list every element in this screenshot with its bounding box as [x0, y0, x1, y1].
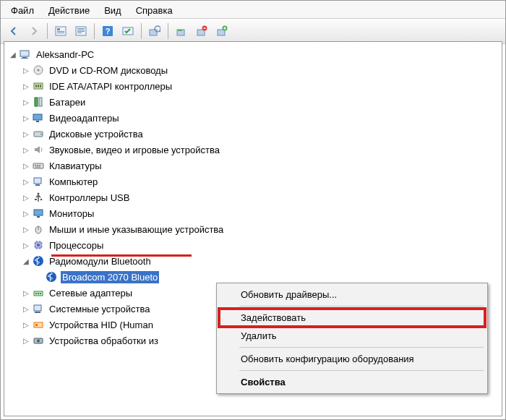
- expand-icon[interactable]: ▷: [22, 209, 30, 218]
- scan-changes-button[interactable]: [119, 22, 137, 40]
- help-button[interactable]: ?: [98, 22, 117, 40]
- mouse-icon: [32, 223, 45, 236]
- expand-icon[interactable]: ▷: [22, 129, 30, 138]
- expand-icon[interactable]: ▷: [22, 288, 30, 297]
- tree-item-label: Мониторы: [48, 207, 95, 220]
- svg-rect-45: [34, 210, 43, 215]
- enable-button[interactable]: [213, 22, 231, 40]
- nav-forward-button[interactable]: [25, 22, 43, 40]
- battery-icon: [32, 95, 45, 108]
- tree-item-label: Мыши и иные указывающие устройства: [48, 223, 225, 236]
- tree-item-label: Дисковые устройства: [48, 128, 145, 140]
- tree-item-display[interactable]: ▷ Видеоадаптеры: [22, 110, 500, 126]
- tree-item-ide[interactable]: ▷ IDE ATA/ATAPI контроллеры: [22, 78, 500, 94]
- svg-rect-36: [35, 165, 36, 166]
- uninstall-button[interactable]: [172, 22, 191, 40]
- bluetooth-icon: [45, 270, 58, 283]
- toolbar: ?: [1, 19, 505, 44]
- computer-icon: [19, 48, 32, 61]
- tree-item-disk[interactable]: ▷ Дисковые устройства: [22, 126, 500, 142]
- toolbar-separator: [94, 23, 95, 39]
- svg-rect-37: [37, 165, 38, 166]
- svg-rect-21: [22, 57, 27, 58]
- ctx-separator: [239, 306, 484, 307]
- svg-rect-31: [33, 114, 42, 120]
- hid-icon: [32, 318, 45, 331]
- svg-rect-7: [77, 31, 85, 32]
- svg-rect-18: [218, 30, 225, 35]
- update-driver-button[interactable]: [145, 22, 164, 40]
- tree-item-label: Клавиатуры: [48, 160, 103, 172]
- tree-root[interactable]: ◢ Aleksandr-PC: [9, 46, 500, 62]
- svg-rect-50: [37, 244, 40, 247]
- ctx-properties[interactable]: Свойства: [219, 373, 485, 391]
- usb-icon: [32, 191, 45, 204]
- svg-rect-66: [35, 312, 40, 313]
- svg-rect-8: [77, 33, 82, 33]
- disable-button[interactable]: [192, 22, 211, 40]
- expand-icon[interactable]: ▷: [22, 320, 30, 329]
- menu-action[interactable]: Действие: [41, 4, 97, 17]
- menu-file[interactable]: Файл: [4, 4, 41, 17]
- tree-item-usb[interactable]: ▷ Контроллеры USB: [22, 189, 500, 205]
- expand-icon[interactable]: ▷: [22, 304, 30, 313]
- tree-item-dvd[interactable]: ▷ DVD и CD-ROM дисководы: [22, 62, 500, 78]
- svg-rect-6: [77, 30, 85, 30]
- ctx-separator: [239, 370, 484, 371]
- tree-item-battery[interactable]: ▷ Батареи: [22, 94, 500, 110]
- tree-item-computer[interactable]: ▷ Компьютер: [22, 173, 500, 189]
- svg-rect-46: [37, 216, 40, 218]
- expand-icon[interactable]: ▷: [22, 145, 30, 154]
- svg-rect-28: [40, 85, 41, 87]
- computer-icon: [32, 175, 45, 188]
- expand-icon[interactable]: ▷: [22, 98, 30, 106]
- ctx-scan-hw[interactable]: Обновить конфигурацию оборудования: [219, 350, 485, 368]
- tree-item-sound[interactable]: ▷ Звуковые, видео и игровые устройства: [22, 142, 500, 158]
- svg-rect-32: [36, 121, 39, 122]
- svg-rect-29: [35, 98, 38, 106]
- show-hidden-button[interactable]: [51, 22, 70, 40]
- svg-rect-68: [35, 324, 38, 326]
- expand-icon[interactable]: ▷: [22, 161, 30, 170]
- toolbar-separator: [168, 23, 168, 39]
- svg-rect-22: [21, 58, 28, 59]
- expand-icon[interactable]: ▷: [22, 82, 30, 90]
- expand-icon[interactable]: ▷: [22, 336, 30, 345]
- menu-help[interactable]: Справка: [129, 4, 180, 17]
- nav-back-button[interactable]: [4, 22, 23, 40]
- expand-icon[interactable]: ▷: [22, 113, 30, 122]
- properties-button[interactable]: [72, 22, 90, 40]
- disc-icon: [32, 64, 45, 77]
- ctx-update-drivers[interactable]: Обновить драйверы...: [219, 286, 485, 304]
- display-adapter-icon: [32, 111, 45, 124]
- annotation-underline: [51, 254, 192, 257]
- svg-rect-2: [57, 31, 64, 32]
- tree-root-label: Aleksandr-PC: [35, 48, 95, 61]
- tree-item-keyboard[interactable]: ▷ Клавиатуры: [22, 158, 500, 173]
- menu-view[interactable]: Вид: [97, 4, 129, 17]
- svg-rect-63: [38, 293, 39, 294]
- expand-icon[interactable]: ▷: [22, 177, 30, 186]
- ctx-delete[interactable]: Удалить: [219, 327, 485, 345]
- svg-rect-5: [77, 28, 85, 29]
- system-icon: [32, 302, 45, 315]
- collapse-icon[interactable]: ◢: [22, 257, 30, 265]
- collapse-icon[interactable]: ◢: [9, 50, 17, 59]
- svg-rect-67: [34, 322, 43, 327]
- network-icon: [32, 286, 45, 299]
- svg-text:?: ?: [106, 27, 111, 35]
- expand-icon[interactable]: ▷: [22, 225, 30, 233]
- tree-item-label: Системные устройства: [48, 303, 151, 315]
- tree-item-cpu[interactable]: ▷ Процессоры: [22, 237, 500, 253]
- tree-item-mouse[interactable]: ▷ Мыши и иные указывающие устройства: [22, 221, 500, 237]
- expand-icon[interactable]: ▷: [22, 241, 30, 249]
- expand-icon[interactable]: ▷: [22, 66, 30, 74]
- expand-icon[interactable]: ▷: [22, 193, 30, 202]
- tree-item-monitor[interactable]: ▷ Мониторы: [22, 205, 500, 221]
- tree-item-label: DVD и CD-ROM дисководы: [48, 64, 169, 77]
- svg-rect-65: [34, 305, 41, 311]
- ctx-enable[interactable]: Задействовать: [219, 309, 485, 327]
- svg-rect-40: [34, 178, 41, 184]
- sound-icon: [32, 143, 45, 156]
- context-menu: Обновить драйверы... Задействовать Удали…: [216, 283, 488, 394]
